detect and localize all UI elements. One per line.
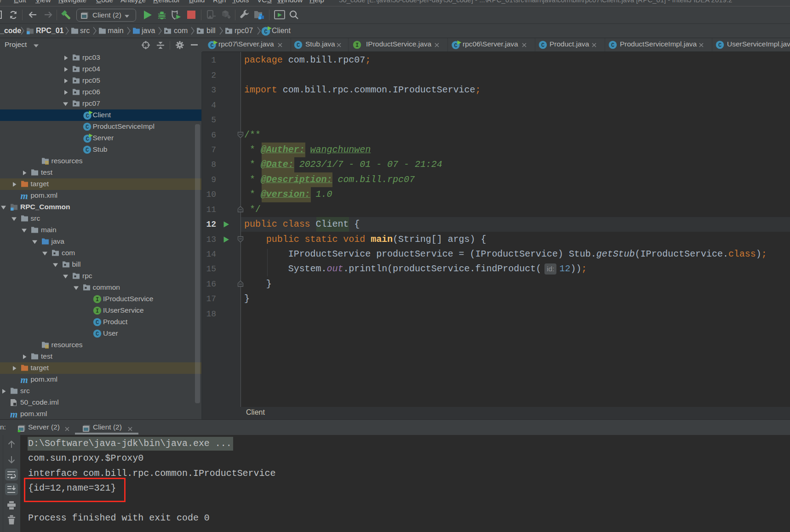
svg-text:C: C bbox=[96, 320, 99, 326]
svg-text:I: I bbox=[355, 42, 359, 49]
svg-text:C: C bbox=[86, 136, 89, 143]
svg-text:C: C bbox=[264, 29, 267, 35]
svg-text:I: I bbox=[96, 308, 99, 315]
svg-text:C: C bbox=[210, 43, 213, 49]
svg-text:C: C bbox=[541, 42, 544, 49]
svg-text:C: C bbox=[718, 42, 721, 49]
svg-text:C: C bbox=[297, 42, 300, 49]
svg-text:C: C bbox=[611, 42, 614, 49]
svg-text:C: C bbox=[86, 113, 89, 120]
svg-text:C: C bbox=[96, 331, 99, 338]
svg-text:C: C bbox=[85, 147, 88, 154]
svg-text:C: C bbox=[85, 124, 88, 131]
svg-text:I: I bbox=[96, 297, 99, 303]
svg-text:C: C bbox=[454, 43, 457, 49]
